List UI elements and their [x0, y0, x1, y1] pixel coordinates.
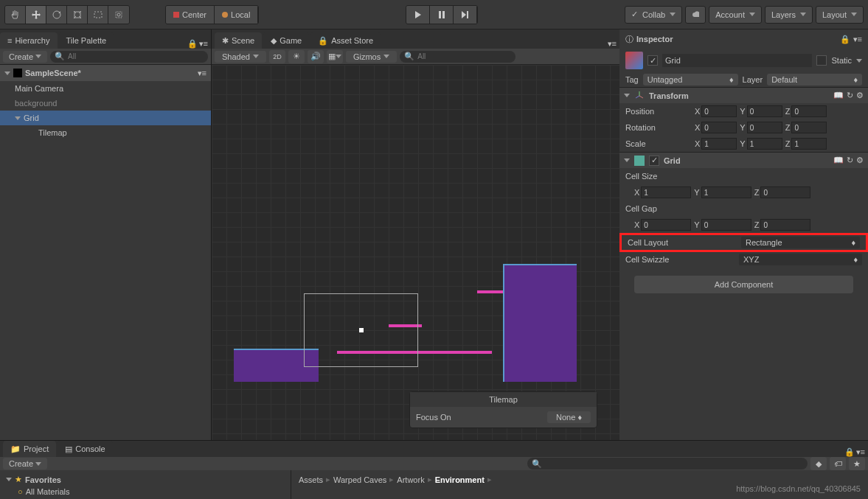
cellgap-z[interactable] — [760, 219, 810, 231]
cellsize-x[interactable] — [641, 186, 691, 198]
hierarchy-search[interactable]: 🔍 — [50, 51, 208, 63]
layers-dropdown[interactable]: Layers — [765, 6, 813, 24]
scene-viewport[interactable]: Tilemap Focus OnNone ♦ — [212, 65, 619, 440]
console-icon: ▤ — [65, 444, 72, 454]
filter-icon[interactable]: ◆ — [810, 457, 827, 470]
lock-icon[interactable]: 🔒 — [844, 447, 855, 457]
pause-button[interactable] — [430, 6, 454, 24]
project-search[interactable]: 🔍 — [527, 458, 808, 470]
tab-asset-store[interactable]: 🔒Asset Store — [310, 32, 381, 49]
add-component-button[interactable]: Add Component — [634, 276, 853, 293]
tag-dropdown[interactable]: Untagged♦ — [643, 74, 738, 86]
scale-x[interactable] — [701, 138, 737, 150]
tab-scene[interactable]: ✱Scene — [215, 32, 262, 49]
filter-icon[interactable]: 🏷 — [830, 457, 846, 470]
reset-icon[interactable]: ↻ — [847, 156, 853, 165]
cloud-button[interactable] — [685, 6, 706, 24]
transform-component-header[interactable]: Transform 📖↻⚙ — [619, 87, 868, 103]
tab-tile-palette[interactable]: Tile Palette — [59, 32, 114, 49]
create-dropdown[interactable]: Create — [3, 51, 47, 63]
layout-dropdown[interactable]: Layout — [816, 6, 864, 24]
cell-swizzle-dropdown[interactable]: XYZ♦ — [739, 254, 862, 265]
gear-icon[interactable]: ⚙ — [856, 91, 864, 100]
breadcrumb-item[interactable]: Environment — [435, 475, 485, 484]
focus-dropdown[interactable]: None ♦ — [547, 411, 591, 423]
transform-tool[interactable] — [108, 6, 129, 24]
scene-search[interactable]: 🔍 — [400, 51, 515, 63]
move-tool[interactable] — [26, 6, 46, 24]
tab-project[interactable]: 📁Project — [3, 441, 56, 457]
active-checkbox[interactable]: ✓ — [647, 55, 658, 66]
shaded-dropdown[interactable]: Shaded — [215, 51, 266, 63]
collab-dropdown[interactable]: ✓Collab — [625, 6, 682, 24]
hand-tool[interactable] — [5, 6, 26, 24]
gizmos-dropdown[interactable]: Gizmos — [346, 51, 397, 63]
lock-icon[interactable]: 🔒 — [187, 39, 198, 49]
project-create-dropdown[interactable]: Create — [3, 458, 47, 470]
all-materials-row[interactable]: ○All Materials — [3, 486, 288, 498]
pivot-local[interactable]: Local — [215, 6, 258, 24]
position-z[interactable] — [791, 105, 827, 117]
rect-tool[interactable] — [88, 6, 108, 24]
panel-menu-icon[interactable]: ▾≡ — [199, 39, 208, 49]
static-dropdown[interactable] — [856, 59, 862, 63]
scene-header[interactable]: SampleScene* ▾≡ — [0, 65, 211, 81]
position-y[interactable] — [747, 105, 782, 117]
tab-console[interactable]: ▤Console — [58, 441, 112, 457]
position-x[interactable] — [701, 105, 737, 117]
tree-item-main-camera[interactable]: Main Camera — [0, 81, 211, 96]
breadcrumb-item[interactable]: Assets — [299, 475, 323, 484]
panel-menu-icon[interactable]: ▾≡ — [856, 447, 865, 457]
tab-hierarchy[interactable]: ≡Hierarchy — [0, 32, 58, 49]
tree-item-tilemap[interactable]: Tilemap — [0, 125, 211, 140]
reset-icon[interactable]: ↻ — [847, 91, 853, 100]
object-name-input[interactable] — [662, 54, 812, 67]
rotation-y[interactable] — [747, 122, 782, 133]
rotation-label: Rotation — [625, 123, 692, 132]
cell-swizzle-label: Cell Swizzle — [625, 255, 736, 264]
help-icon[interactable]: 📖 — [833, 156, 844, 165]
cell-layout-dropdown[interactable]: Rectangle♦ — [741, 237, 860, 248]
cellsize-z[interactable] — [760, 186, 810, 198]
cellsize-y[interactable] — [701, 186, 751, 198]
lock-icon[interactable]: 🔒 — [840, 35, 850, 44]
collapse-icon — [15, 116, 21, 120]
layer-dropdown[interactable]: Default♦ — [767, 74, 862, 86]
help-icon[interactable]: 📖 — [833, 91, 844, 100]
pivot-center[interactable]: Center — [166, 6, 215, 24]
scene-menu-icon[interactable]: ▾≡ — [198, 69, 206, 78]
account-dropdown[interactable]: Account — [709, 6, 762, 24]
folder-icon: 📁 — [10, 444, 21, 454]
rotation-z[interactable] — [791, 122, 827, 133]
favorites-row[interactable]: ★Favorites — [3, 473, 288, 486]
camera-rect — [304, 293, 418, 367]
play-button[interactable] — [406, 6, 430, 24]
gameobject-icon[interactable] — [625, 52, 643, 69]
grid-enabled-checkbox[interactable]: ✓ — [649, 156, 659, 166]
favorite-icon[interactable]: ★ — [849, 457, 865, 470]
breadcrumb-item[interactable]: Artwork — [397, 475, 424, 484]
rotation-x[interactable] — [701, 122, 737, 133]
scale-tool[interactable] — [67, 6, 88, 24]
step-button[interactable] — [454, 6, 477, 24]
svg-rect-3 — [116, 12, 122, 18]
tree-item-background[interactable]: background — [0, 96, 211, 111]
scale-y[interactable] — [747, 138, 782, 150]
audio-toggle[interactable]: 🔊 — [308, 50, 324, 63]
gear-icon[interactable]: ⚙ — [856, 156, 864, 165]
panel-menu-icon[interactable]: ▾≡ — [853, 35, 862, 44]
tile-line — [477, 290, 503, 293]
scale-z[interactable] — [791, 138, 827, 150]
panel-menu-icon[interactable]: ▾≡ — [608, 39, 617, 49]
tree-item-grid[interactable]: Grid — [0, 111, 211, 125]
cellgap-y[interactable] — [701, 219, 751, 231]
cellgap-x[interactable] — [641, 219, 691, 231]
tab-game[interactable]: ◆Game — [263, 32, 309, 49]
fx-toggle[interactable]: ▦ — [327, 50, 343, 63]
static-checkbox[interactable] — [816, 55, 827, 66]
lighting-toggle[interactable]: ☀ — [288, 50, 305, 63]
mode-2d[interactable]: 2D — [269, 50, 285, 63]
breadcrumb-item[interactable]: Warped Caves — [333, 475, 386, 484]
rotate-tool[interactable] — [46, 6, 67, 24]
grid-component-header[interactable]: ✓ Grid 📖↻⚙ — [619, 152, 868, 168]
